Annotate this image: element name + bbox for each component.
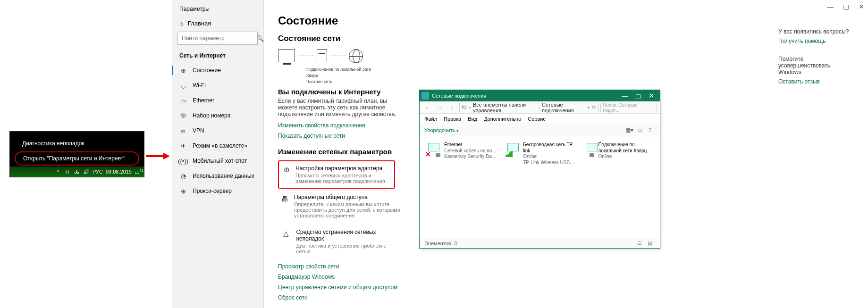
link-get-help[interactable]: Получить помощь — [778, 38, 854, 44]
connected-body: Если у вас лимитный тарифный план, вы мо… — [278, 98, 401, 117]
search-input[interactable] — [178, 35, 256, 42]
menu-edit[interactable]: Правка — [444, 116, 461, 122]
data-usage-icon: ◔ — [179, 172, 187, 180]
window-icon — [421, 92, 429, 100]
search-box[interactable]: 🔍 — [177, 32, 258, 45]
back-button[interactable]: ← — [422, 102, 433, 113]
adapter-local[interactable]: Подключение по локальной сети Кварц Onli… — [585, 142, 653, 166]
opt-title: Параметры общего доступа — [294, 194, 402, 200]
nav-dialup[interactable]: ☏Набор номера — [172, 108, 263, 123]
sharing-icon: 🖶 — [281, 194, 288, 203]
opt-title: Настройка параметров адаптера — [295, 165, 389, 172]
maximize-button[interactable]: ▢ — [843, 3, 849, 10]
item-count: Элементов: 3 — [424, 241, 457, 246]
menu-extra[interactable]: Дополнительно — [484, 116, 521, 122]
breadcrumb-item[interactable]: Все элементы панели управления — [473, 102, 537, 113]
window-title: Сетевые подключения — [432, 93, 486, 99]
volume-icon[interactable]: 🔊 — [83, 169, 90, 175]
titlebar[interactable]: Сетевые подключения — ▢ ✕ — [420, 90, 660, 101]
opt-desc: Определите, к каким данным вы хотите пре… — [294, 201, 402, 218]
taskbar-context: Диагностика неполадок Открыть "Параметры… — [9, 131, 144, 177]
nav-airplane[interactable]: ✈Режим «в самолете» — [172, 138, 263, 153]
menu-bar: Файл Правка Вид Дополнительно Сервис — [420, 114, 660, 124]
sidebar-section-label: Сеть и Интернет — [172, 50, 263, 63]
warning-icon: △ — [281, 229, 290, 238]
minimize-button[interactable]: — — [827, 3, 834, 10]
link-view-properties[interactable]: Просмотр свойств сети — [278, 263, 854, 270]
menu-file[interactable]: Файл — [424, 116, 437, 122]
network-connections-window: Сетевые подключения — ▢ ✕ ← → ↑ 🛡 « Все … — [419, 90, 660, 249]
network-diagram — [278, 49, 854, 63]
help-improve: Помогите усовершенствовать Windows — [778, 56, 854, 75]
breadcrumb[interactable]: 🛡 « Все элементы панели управления › Сет… — [459, 103, 598, 112]
vpn-icon: ∞ — [179, 127, 187, 134]
forward-button[interactable]: → — [435, 102, 445, 113]
nav-proxy[interactable]: ⊕Прокси-сервер — [172, 183, 263, 199]
organize-button[interactable]: Упорядочить — [424, 127, 459, 133]
view-mode-icon[interactable]: ▦▾ — [624, 127, 634, 133]
router-icon — [317, 49, 327, 62]
opt-desc: Диагностика и устранение проблем с сетью… — [296, 243, 402, 254]
adapter-icon — [506, 142, 519, 157]
shield-icon: 🛡 — [462, 105, 467, 110]
chevron-up-icon[interactable]: ^ — [55, 169, 61, 175]
close-button[interactable]: ✕ — [645, 92, 658, 100]
help-icon[interactable]: ? — [645, 127, 655, 133]
diagram-caption-2: Кварц — [306, 73, 854, 78]
chevron-down-icon[interactable]: ▾ — [588, 105, 590, 110]
taskbar-tray: ^ ⎙ 🖧 🔊 РУС 03.08.2019 ▭41 — [10, 166, 144, 177]
adapter-wifi[interactable]: Беспроводная сеть TP-link Online TP-Link… — [506, 142, 576, 166]
link-sharing-center[interactable]: Центр управления сетями и общим доступом — [278, 284, 854, 291]
link-network-reset[interactable]: Сброс сети — [278, 294, 854, 301]
nav-vpn[interactable]: ∞VPN — [172, 123, 263, 138]
minimize-button[interactable]: — — [618, 92, 632, 100]
diagram-caption-1: Подключение по локальной сети — [306, 67, 854, 72]
help-panel: У вас появились вопросы? Получить помощь… — [778, 28, 854, 96]
home-icon: ⌂ — [179, 20, 183, 27]
menu-item-diagnostics[interactable]: Диагностика неполадок — [10, 136, 144, 150]
link-firewall[interactable]: Брандмауэр Windows — [278, 274, 854, 280]
line-icon — [298, 56, 314, 56]
preview-pane-icon[interactable]: ▭ — [634, 127, 645, 133]
close-button[interactable]: ✕ — [859, 3, 864, 10]
notification-icon[interactable]: ▭41 — [135, 168, 141, 175]
help-question: У вас появились вопросы? — [778, 28, 854, 35]
link-feedback[interactable]: Оставить отзыв — [778, 78, 854, 85]
status-section-title: Состояние сети — [278, 34, 854, 43]
status-bar: Элементов: 3 ☰ ▤ — [420, 238, 660, 248]
adapter-status: Online — [523, 154, 576, 160]
details-view-icon[interactable]: ☰ — [634, 240, 645, 246]
nav-wifi[interactable]: ◡Wi-Fi — [172, 78, 263, 93]
devices-icon[interactable]: ⎙ — [64, 169, 71, 175]
network-icon[interactable]: 🖧 — [74, 169, 80, 175]
maximize-button[interactable]: ▢ — [632, 92, 645, 100]
menu-view[interactable]: Вид — [468, 116, 477, 122]
nav-data-usage[interactable]: ◔Использование данных — [172, 168, 263, 183]
tiles-view-icon[interactable]: ▤ — [645, 240, 655, 246]
opt-troubleshoot[interactable]: △ Средство устранения сетевых неполадок … — [278, 224, 405, 259]
line-icon — [330, 56, 346, 56]
opt-sharing[interactable]: 🖶 Параметры общего доступа Определите, к… — [278, 189, 405, 224]
opt-adapter-settings[interactable]: ⊕ Настройка параметров адаптера Просмотр… — [278, 160, 395, 189]
nav-home[interactable]: ⌂ Главная — [172, 17, 263, 30]
menu-service[interactable]: Сервис — [528, 116, 546, 122]
up-button[interactable]: ↑ — [447, 102, 457, 113]
ethernet-icon: ▭ — [179, 97, 187, 104]
menu-item-open-network-settings[interactable]: Открыть "Параметры сети и Интернет" — [15, 151, 139, 166]
opt-title: Средство устранения сетевых неполадок — [296, 229, 402, 242]
adapter-name: Подключение по локальной сети Кварц — [598, 142, 653, 154]
nav-status[interactable]: ⊕Состояние — [172, 63, 263, 78]
language-indicator[interactable]: РУС — [93, 169, 103, 175]
app-title: Параметры — [172, 5, 263, 17]
refresh-icon[interactable]: ⟳ — [592, 104, 596, 110]
tray-date[interactable]: 03.08.2019 — [106, 169, 132, 175]
nav-hotspot[interactable]: ((•))Мобильный хот-спот — [172, 153, 263, 168]
adapter-ethernet[interactable]: Ethernet Сетевой кабель не подкл... Kasp… — [426, 142, 497, 166]
proxy-icon: ⊕ — [179, 187, 187, 195]
adapter-status: Online — [598, 154, 651, 160]
nav-ethernet[interactable]: ▭Ethernet — [172, 93, 263, 108]
search-box[interactable]: Поиск: Сетевые подкл... — [600, 103, 657, 112]
pc-icon — [278, 49, 295, 62]
breadcrumb-item[interactable]: Сетевые подключения — [542, 102, 584, 113]
window-controls: — ▢ ✕ — [827, 3, 864, 10]
